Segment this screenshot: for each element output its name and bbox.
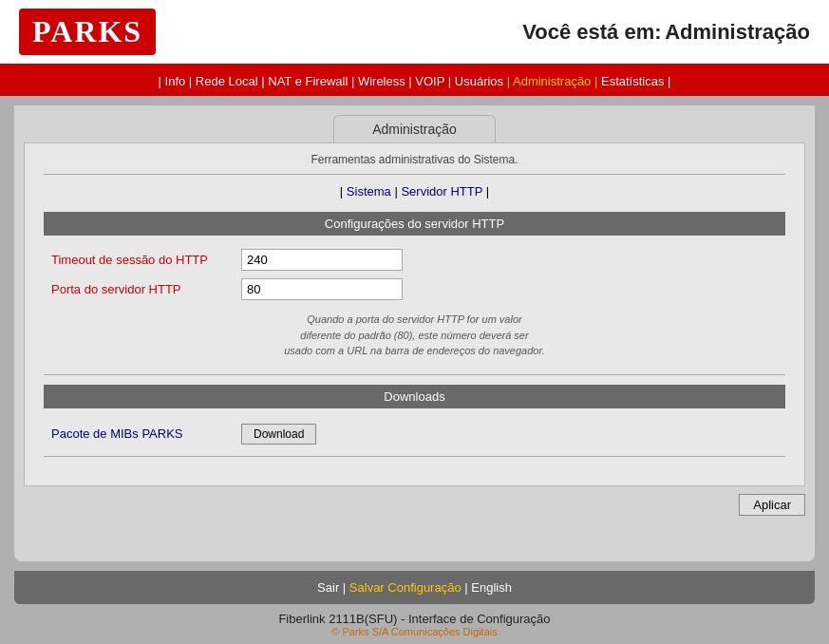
http-note: Quando a porta do servidor HTTP for um v… xyxy=(44,312,785,359)
sub-nav-sistema[interactable]: Sistema xyxy=(347,184,391,199)
timeout-input[interactable] xyxy=(241,249,403,271)
port-label: Porta do servidor HTTP xyxy=(44,275,234,304)
http-section-bar: Configurações do servidor HTTP xyxy=(44,212,785,236)
divider-3 xyxy=(44,456,785,457)
footer-nav: Sair | Salvar Configuração | English xyxy=(14,571,815,604)
content-area: Ferramentas administrativas do Sistema. … xyxy=(24,142,805,486)
table-row-timeout: Timeout de sessão do HTTP xyxy=(44,245,785,275)
location-label: Você está em: xyxy=(522,20,661,44)
apply-button[interactable]: Aplicar xyxy=(739,494,805,516)
sub-nav-pipe-1: | xyxy=(340,184,347,199)
header-location: Você está em: Administração xyxy=(522,20,810,45)
copyright: © Parks S/A Comunicações Digitais xyxy=(0,626,829,637)
timeout-label: Timeout de sessão do HTTP xyxy=(44,245,234,275)
main-wrapper: Administração Ferramentas administrativa… xyxy=(14,105,815,561)
sub-nav-servidor-http[interactable]: Servidor HTTP xyxy=(401,184,482,199)
nav-usuarios[interactable]: Usuários xyxy=(455,74,507,88)
nav-rede-local[interactable]: Rede Local xyxy=(196,74,261,88)
page-subtitle: Ferramentas administrativas do Sistema. xyxy=(44,153,785,166)
bottom-footer: Fiberlink 2111B(SFU) - Interface de Conf… xyxy=(0,604,829,641)
nav-nat-firewall[interactable]: | NAT e Firewall | xyxy=(261,74,354,88)
tab-header: Administração xyxy=(14,105,815,142)
timeout-input-cell xyxy=(234,245,785,275)
downloads-section-bar: Downloads xyxy=(44,385,785,408)
footer-sep-1: | xyxy=(343,580,349,595)
location-value: Administração xyxy=(665,20,810,44)
logo-container: PARKS xyxy=(19,9,156,55)
footer-salvar[interactable]: Salvar Configuração xyxy=(349,580,462,595)
tab-label: Administração xyxy=(333,115,496,142)
divider-2 xyxy=(44,374,785,375)
nav-voip[interactable]: | VOIP | xyxy=(408,74,451,88)
device-name: Fiberlink 2111B(SFU) - Interface de Conf… xyxy=(0,612,829,626)
sub-nav: | Sistema | Servidor HTTP | xyxy=(44,184,785,199)
nav-info[interactable]: | Info | xyxy=(159,74,193,88)
navbar: | Info | Rede Local | NAT e Firewall | W… xyxy=(0,66,829,96)
header: PARKS Você está em: Administração xyxy=(0,0,829,66)
nav-administracao[interactable]: | Administração | xyxy=(507,74,598,88)
nav-wireless[interactable]: Wireless xyxy=(358,74,408,88)
nav-estatisticas[interactable]: Estatísticas | xyxy=(601,74,670,88)
port-input-cell xyxy=(234,275,785,304)
http-form-table: Timeout de sessão do HTTP Porta do servi… xyxy=(44,245,785,304)
table-row-port: Porta do servidor HTTP xyxy=(44,275,785,304)
footer-english[interactable]: English xyxy=(471,580,512,595)
divider-1 xyxy=(44,174,785,175)
port-input[interactable] xyxy=(241,278,403,300)
logo-text: PARKS xyxy=(32,14,142,48)
logo-box: PARKS xyxy=(19,9,156,55)
sub-nav-pipe-3: | xyxy=(482,184,489,199)
sub-nav-pipe-2: | xyxy=(391,184,402,199)
footer-sair[interactable]: Sair xyxy=(317,580,339,595)
apply-area: Aplicar xyxy=(14,486,815,523)
download-button[interactable]: Download xyxy=(241,424,316,445)
mibs-label: Pacote de MIBs PARKS xyxy=(51,426,241,441)
downloads-row: Pacote de MIBs PARKS Download xyxy=(44,418,785,450)
